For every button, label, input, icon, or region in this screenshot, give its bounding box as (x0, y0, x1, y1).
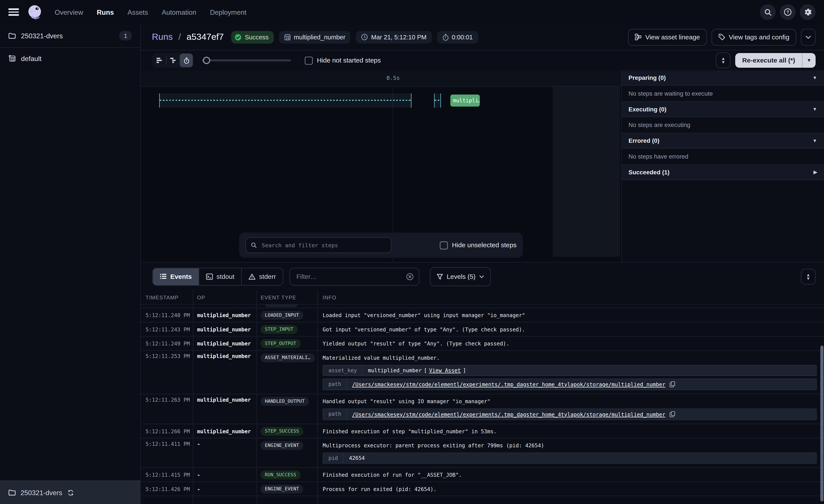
nav-assets[interactable]: Assets (127, 8, 148, 16)
table-row[interactable]: 5:12:11.249 PM multiplied_number STEP_OU… (141, 337, 824, 351)
view-asset-lineage-button[interactable]: View asset lineage (628, 28, 707, 45)
list-icon (160, 274, 167, 279)
dagster-logo[interactable] (26, 4, 43, 20)
metadata-row-pid: pid 42654 (323, 453, 817, 464)
tab-stderr[interactable]: stderr (242, 268, 283, 285)
check-circle-icon (234, 33, 241, 41)
event-log-panel: Events stdout (141, 263, 824, 504)
table-row[interactable]: 5:12:11.243 PM multiplied_number STEP_IN… (141, 322, 824, 337)
event-op: multiplied_number (197, 341, 251, 346)
tab-events[interactable]: Events (153, 268, 199, 285)
reexecute-menu-caret[interactable]: ▼ (802, 53, 816, 68)
folder-icon (8, 489, 16, 496)
gantt-zoom-slider[interactable] (202, 53, 291, 68)
reexecute-all-button[interactable]: Re-execute all (*) ▼ (735, 53, 816, 68)
time-tick-label: 0.5s (384, 75, 403, 81)
metadata-row-path: path /Users/smackesey/stm/code/elementl/… (323, 408, 817, 420)
event-info: Process for run exited (pid: 42654). (323, 484, 436, 493)
terminal-icon (206, 273, 213, 279)
step-search-input[interactable] (261, 242, 386, 249)
search-button[interactable] (760, 4, 776, 20)
folder-icon (8, 32, 16, 39)
event-timestamp: 5:12:11.240 PM (145, 312, 190, 318)
checkbox-box[interactable] (305, 56, 313, 64)
event-op: multiplied_number (197, 354, 251, 359)
event-info: Got input "versioned_number" of type "An… (323, 325, 525, 334)
chevron-down-icon (479, 275, 484, 278)
nav-runs[interactable]: Runs (97, 8, 114, 16)
section-preparing[interactable]: Preparing (0) ▼ (622, 70, 824, 86)
gantt-dependency-span (159, 94, 411, 108)
gantt-waterfall-layout-button[interactable] (167, 54, 180, 67)
reload-icon[interactable] (67, 489, 74, 496)
gantt-step-bar[interactable]: multipli… (450, 95, 480, 107)
events-expand-button[interactable]: ▲ ▼ (801, 269, 816, 284)
run-actions-menu-button[interactable] (801, 28, 816, 45)
reexecute-label[interactable]: Re-execute all (*) (735, 53, 802, 68)
sidebar-job-default[interactable]: default (0, 48, 140, 69)
table-row[interactable]: 5:12:11.253 PM multiplied_number ASSET_M… (141, 351, 824, 394)
gantt-timed-layout-button[interactable] (180, 54, 193, 67)
status-badge: Success (231, 31, 274, 43)
breadcrumb-runs-link[interactable]: Runs (152, 32, 173, 42)
hide-not-started-checkbox[interactable]: Hide not started steps (305, 56, 381, 64)
events-table: TIMESTAMP OP EVENT TYPE INFO 5:12:11.240… (141, 290, 824, 504)
table-row[interactable]: 5:12:11.240 PM multiplied_number LOADED_… (141, 308, 824, 323)
checkbox-box[interactable] (440, 241, 448, 249)
vertical-scrollbar-thumb[interactable] (820, 346, 824, 501)
step-search-field[interactable] (245, 237, 392, 253)
nav-overview[interactable]: Overview (55, 8, 83, 16)
nav-automation[interactable]: Automation (162, 8, 196, 16)
hide-unselected-checkbox[interactable]: Hide unselected steps (440, 241, 517, 249)
table-row[interactable]: 5:12:11.411 PM - ENGINE_EVENT Multiproce… (141, 438, 824, 468)
sidebar-footer[interactable]: 250321-dvers (0, 480, 140, 504)
table-row[interactable]: 5:12:11.426 PM - ENGINE_EVENT Process fo… (141, 482, 824, 496)
section-errored[interactable]: Errored (0) ▼ (622, 133, 824, 149)
copy-icon[interactable] (670, 381, 676, 387)
slider-handle[interactable] (203, 57, 210, 64)
event-type-badge: HANDLED_OUTPUT (261, 397, 309, 406)
path-link[interactable]: /Users/smackesey/stm/code/elementl/exper… (352, 411, 665, 417)
event-filter-field[interactable] (290, 268, 419, 285)
hide-not-started-label: Hide not started steps (317, 57, 381, 64)
clear-filter-icon[interactable] (406, 273, 414, 280)
table-row[interactable]: 5:12:11.266 PM multiplied_number STEP_SU… (141, 424, 824, 438)
timer-icon (183, 57, 189, 64)
primary-nav: Overview Runs Assets Automation Deployme… (55, 8, 246, 16)
path-link[interactable]: /Users/smackesey/stm/code/elementl/exper… (352, 381, 665, 387)
event-type-badge: ASSET_MATERIALI… (261, 354, 315, 362)
table-row[interactable]: 5:12:11.263 PM multiplied_number HANDLED… (141, 394, 824, 424)
event-filter-input[interactable] (295, 272, 402, 281)
event-op: multiplied_number (197, 397, 251, 403)
hamburger-menu-icon[interactable] (8, 8, 19, 16)
gantt-shade-band (553, 86, 620, 257)
caret-down-icon: ▼ (813, 75, 817, 80)
asset-grid-icon (285, 34, 291, 40)
tab-stdout[interactable]: stdout (199, 268, 242, 285)
gantt-expand-button[interactable]: ▲ ▼ (716, 52, 731, 69)
view-asset-link[interactable]: View Asset (429, 368, 461, 373)
nav-deployment[interactable]: Deployment (210, 8, 246, 16)
caret-down-icon: ▼ (813, 138, 817, 143)
help-button[interactable]: ? (780, 4, 796, 20)
gantt-chart[interactable]: 0.5s multipli… (141, 70, 621, 262)
section-executing[interactable]: Executing (0) ▼ (622, 102, 824, 117)
start-time-chip: Mar 21, 5:12:10 PM (356, 31, 432, 43)
footer-workspace-name: 250321-dvers (21, 489, 62, 496)
event-type-badge: STEP_INPUT (261, 325, 298, 334)
asset-tag-chip[interactable]: multiplied_number (279, 31, 350, 43)
levels-dropdown-button[interactable]: Levels (5) (430, 267, 491, 286)
section-succeeded[interactable]: Succeeded (1) ▶ (622, 165, 824, 180)
event-info: Loaded input "versioned_number" using in… (323, 310, 525, 320)
hide-unselected-label: Hide unselected steps (452, 242, 517, 249)
gantt-flat-layout-button[interactable] (153, 54, 166, 67)
copy-icon[interactable] (670, 411, 676, 417)
sidebar-workspace-item[interactable]: 250321-dvers 1 (0, 24, 140, 48)
table-row[interactable]: 5:12:11.415 PM - RUN_SUCCESS Finished ex… (141, 468, 824, 482)
settings-button[interactable] (800, 4, 816, 20)
event-type-badge: ENGINE_EVENT (261, 441, 303, 450)
lineage-icon (635, 33, 642, 40)
event-type-badge: STEP_OUTPUT (261, 339, 301, 348)
event-info: Finished execution of run for "__ASSET_J… (323, 470, 462, 479)
view-tags-config-button[interactable]: View tags and config (711, 28, 796, 45)
